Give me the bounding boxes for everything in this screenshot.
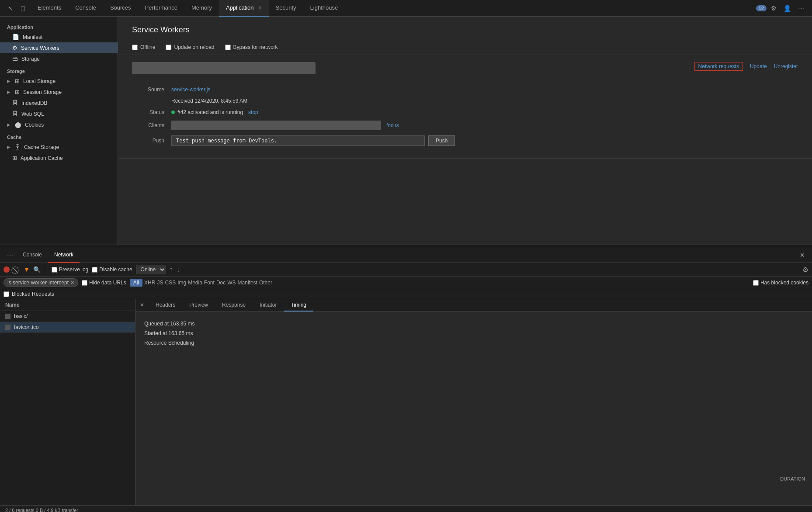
main-tabs: Elements Console Sources Performance Mem…: [31, 0, 756, 17]
push-button[interactable]: Push: [428, 135, 455, 146]
local-storage-icon: ⊞: [15, 78, 20, 84]
sw-status-row: Status #42 activated and is running stop: [132, 109, 798, 115]
indexeddb-icon: 🗄: [12, 100, 18, 106]
preserve-log-option: Preserve log: [52, 266, 88, 273]
profile-icon[interactable]: 👤: [781, 3, 794, 14]
bottom-tab-console[interactable]: Console: [17, 247, 48, 263]
bottom-panel: ⋯ Console Network ✕ ⃠ ▼ 🔍 Preserve log D…: [0, 247, 812, 512]
tab-memory[interactable]: Memory: [184, 0, 219, 17]
update-on-reload-label: Update on reload: [174, 44, 214, 50]
detail-tab-preview[interactable]: Preview: [182, 299, 215, 311]
arrow-icon-2: ▶: [7, 90, 10, 94]
status-dot: [171, 111, 175, 114]
filter-tab-doc[interactable]: Doc: [216, 280, 226, 286]
detail-tab-headers[interactable]: Headers: [149, 299, 182, 311]
bottom-tabbar: ⋯ Console Network ✕: [0, 247, 812, 263]
preserve-log-checkbox[interactable]: [52, 267, 57, 273]
sidebar-item-session-storage[interactable]: ▶ ⊞ Session Storage: [0, 86, 118, 97]
sidebar-item-storage[interactable]: 🗃 Storage: [0, 53, 118, 64]
issues-badge[interactable]: 12: [756, 5, 767, 11]
network-settings-icon[interactable]: ⚙: [802, 266, 809, 274]
update-button[interactable]: Update: [750, 63, 767, 69]
sw-entry: Network requests Update Unregister Sourc…: [118, 55, 812, 159]
tab-performance[interactable]: Performance: [138, 0, 184, 17]
filter-tab-media[interactable]: Media: [188, 280, 202, 286]
filter-tab-css[interactable]: CSS: [165, 280, 176, 286]
throttle-select[interactable]: Online: [136, 265, 166, 274]
content-area: Service Workers Offline Update on reload…: [118, 17, 812, 245]
focus-link[interactable]: focus: [386, 122, 399, 128]
stop-link[interactable]: stop: [248, 109, 258, 115]
filter-tab-manifest[interactable]: Manifest: [238, 280, 257, 286]
update-on-reload-option: Update on reload: [166, 44, 214, 50]
row-icon-2: [5, 325, 10, 330]
push-input[interactable]: [171, 135, 425, 146]
has-blocked-cookies-checkbox[interactable]: [753, 280, 759, 286]
clear-button[interactable]: ⃠: [13, 266, 20, 273]
filter-tab-other[interactable]: Other: [259, 280, 272, 286]
network-requests-button[interactable]: Network requests: [694, 62, 743, 71]
offline-checkbox[interactable]: [132, 45, 138, 50]
disable-cache-checkbox[interactable]: [92, 267, 97, 273]
filter-clear-icon[interactable]: ✕: [70, 280, 74, 286]
preserve-log-label: Preserve log: [59, 266, 88, 273]
sidebar-item-cookies[interactable]: ▶ ⬤ Cookies: [0, 119, 118, 130]
sidebar-item-local-storage[interactable]: ▶ ⊞ Local Storage: [0, 76, 118, 86]
detail-tab-response[interactable]: Response: [215, 299, 253, 311]
hide-data-urls-checkbox[interactable]: [82, 280, 87, 286]
source-link[interactable]: service-worker.js: [171, 86, 210, 93]
unregister-button[interactable]: Unregister: [774, 63, 798, 69]
row-name-2: favicon.ico: [14, 324, 39, 330]
sw-push-row: Push Push: [132, 135, 798, 146]
settings-icon[interactable]: ⚙: [768, 3, 779, 14]
type-filter-tabs: All XHR JS CSS Img Media Font Doc WS Man…: [130, 279, 272, 287]
tab-sources[interactable]: Sources: [103, 0, 138, 17]
detail-close-icon[interactable]: ✕: [135, 299, 149, 311]
sidebar-item-application-cache[interactable]: ⊞ Application Cache: [0, 152, 118, 163]
sidebar-item-service-workers[interactable]: ⚙ Service Workers: [0, 42, 118, 53]
detail-tab-timing[interactable]: Timing: [284, 299, 313, 311]
filter-tab-all[interactable]: All: [130, 279, 142, 287]
upload-icon[interactable]: ↑: [170, 266, 173, 273]
tab-application-close[interactable]: ✕: [258, 5, 262, 10]
tab-console[interactable]: Console: [68, 0, 103, 17]
bottom-panel-close[interactable]: ✕: [796, 250, 809, 260]
queued-at-row: Queued at 163.35 ms: [144, 319, 803, 329]
more-icon[interactable]: ⋯: [795, 3, 807, 14]
cache-section-header: Cache: [0, 130, 118, 142]
filter-tab-img[interactable]: Img: [177, 280, 186, 286]
preview-tab-label: Preview: [189, 302, 208, 308]
download-icon[interactable]: ↓: [177, 266, 180, 273]
offline-option: Offline: [132, 44, 155, 50]
offline-label: Offline: [140, 44, 155, 50]
filter-tab-font[interactable]: Font: [204, 280, 215, 286]
sidebar-item-indexeddb[interactable]: 🗄 IndexedDB: [0, 97, 118, 108]
tab-elements[interactable]: Elements: [31, 0, 68, 17]
tab-lighthouse[interactable]: Lighthouse: [303, 0, 345, 17]
bottom-more-icon[interactable]: ⋯: [3, 250, 17, 260]
cursor-icon[interactable]: ↖: [5, 3, 16, 14]
row-icon-1: [5, 314, 10, 319]
search-pill: is:service-worker-intercept ✕: [3, 278, 78, 287]
sidebar-item-manifest[interactable]: 📄 Manifest: [0, 31, 118, 42]
sidebar-item-websql[interactable]: 🗄 Web SQL: [0, 108, 118, 119]
bypass-network-checkbox[interactable]: [225, 45, 231, 50]
device-icon[interactable]: ⎕: [18, 3, 27, 14]
bottom-tab-network[interactable]: Network: [48, 247, 80, 263]
network-split: Name basic/ favicon.ico ✕ Headers Previe…: [0, 299, 812, 505]
update-on-reload-checkbox[interactable]: [166, 45, 171, 50]
filter-icon[interactable]: ▼: [24, 266, 30, 273]
filter-tab-ws[interactable]: WS: [227, 280, 236, 286]
detail-tab-initiator[interactable]: Initiator: [253, 299, 284, 311]
network-row-favicon[interactable]: favicon.ico: [0, 322, 135, 333]
tab-application[interactable]: Application ✕: [219, 0, 269, 17]
record-button[interactable]: [3, 266, 10, 273]
network-row-basic[interactable]: basic/: [0, 311, 135, 322]
search-icon[interactable]: 🔍: [33, 266, 41, 273]
gear-icon: ⚙: [12, 45, 17, 51]
blocked-requests-checkbox[interactable]: [3, 291, 9, 297]
filter-tab-xhr[interactable]: XHR: [144, 280, 155, 286]
sidebar-item-cache-storage[interactable]: ▶ 🗄 Cache Storage: [0, 142, 118, 152]
filter-tab-js[interactable]: JS: [157, 280, 163, 286]
tab-security[interactable]: Security: [269, 0, 303, 17]
